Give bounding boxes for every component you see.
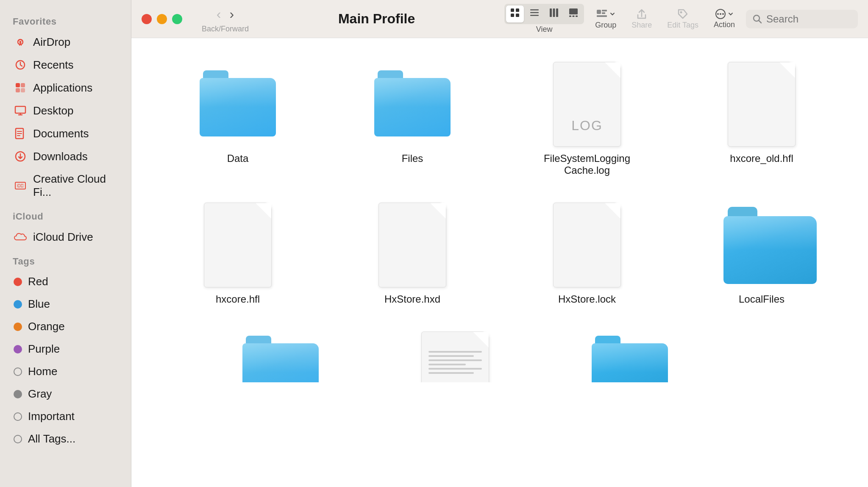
file-item-bottom-doc[interactable] bbox=[327, 325, 498, 395]
sidebar-item-desktop[interactable]: Desktop bbox=[3, 100, 128, 122]
view-label: View bbox=[536, 25, 553, 34]
file-item-hxstore-lock[interactable]: HxStore.lock bbox=[502, 196, 672, 312]
titlebar: ‹ › Back/Forward Main Profile bbox=[131, 0, 868, 38]
sidebar-item-important[interactable]: Important bbox=[3, 406, 128, 427]
favorites-label: Favorites bbox=[0, 8, 131, 31]
sidebar-item-applications[interactable]: Applications bbox=[3, 77, 128, 99]
svg-rect-13 bbox=[511, 8, 514, 12]
forward-button[interactable]: › bbox=[226, 5, 238, 24]
sidebar-item-airdrop[interactable]: AirDrop bbox=[3, 31, 128, 53]
sidebar-applications-label: Applications bbox=[33, 81, 92, 95]
doc-icon-log: LOG bbox=[549, 62, 625, 147]
sidebar-important-label: Important bbox=[28, 410, 75, 423]
file-item-files[interactable]: Files bbox=[327, 55, 498, 183]
minimize-button[interactable] bbox=[157, 14, 167, 24]
sidebar-item-home[interactable]: Home bbox=[3, 361, 128, 382]
doc-icon-bottom bbox=[417, 331, 493, 382]
file-item-log[interactable]: LOG FileSystemLoggingCache.log bbox=[502, 55, 672, 183]
doc-icon-hxstore-hxd bbox=[374, 203, 451, 287]
file-item-hxcore[interactable]: hxcore.hfl bbox=[153, 196, 323, 312]
svg-rect-6 bbox=[21, 88, 25, 92]
sidebar-item-downloads[interactable]: Downloads bbox=[3, 145, 128, 167]
window-controls bbox=[142, 14, 182, 24]
close-button[interactable] bbox=[142, 14, 152, 24]
view-buttons bbox=[504, 4, 584, 24]
doc-icon-hxcore-old bbox=[723, 62, 800, 147]
view-grid-button[interactable] bbox=[506, 6, 524, 22]
edit-tags-action[interactable]: Edit Tags bbox=[663, 6, 703, 31]
sidebar-item-icloud-drive[interactable]: iCloud Drive bbox=[3, 226, 128, 248]
file-item-hxstore-hxd[interactable]: HxStore.hxd bbox=[327, 196, 498, 312]
file-item-bottom-folder1[interactable] bbox=[153, 325, 323, 395]
sidebar-purple-label: Purple bbox=[28, 342, 60, 356]
view-list-button[interactable] bbox=[526, 6, 543, 22]
svg-rect-18 bbox=[530, 12, 539, 14]
action-label: Action bbox=[714, 20, 735, 29]
purple-dot-icon bbox=[14, 345, 22, 353]
file-label-hxstore-hxd: HxStore.hxd bbox=[384, 293, 440, 305]
svg-point-33 bbox=[717, 13, 719, 15]
full-toolbar: ‹ › Back/Forward Main Profile bbox=[142, 4, 858, 34]
sidebar-downloads-label: Downloads bbox=[33, 150, 88, 163]
svg-rect-21 bbox=[553, 8, 555, 17]
all-tags-dot-icon bbox=[14, 435, 22, 443]
airdrop-icon bbox=[14, 35, 27, 49]
share-label: Share bbox=[632, 21, 652, 30]
sidebar-item-gray[interactable]: Gray bbox=[3, 383, 128, 405]
group-action[interactable]: Group bbox=[591, 6, 620, 31]
action-icon bbox=[715, 8, 734, 19]
svg-point-34 bbox=[720, 13, 721, 15]
sidebar-orange-label: Orange bbox=[28, 320, 65, 333]
important-dot-icon bbox=[14, 412, 22, 421]
folder-icon-files bbox=[374, 62, 451, 147]
sidebar-item-recents[interactable]: Recents bbox=[3, 54, 128, 76]
action-group[interactable]: Action bbox=[709, 7, 739, 31]
doc-icon-hxcore bbox=[200, 203, 276, 287]
svg-point-31 bbox=[680, 11, 682, 14]
share-action[interactable]: Share bbox=[627, 6, 656, 31]
view-gallery-button[interactable] bbox=[565, 6, 582, 22]
sidebar-blue-label: Blue bbox=[28, 298, 50, 311]
sidebar-item-red[interactable]: Red bbox=[3, 271, 128, 292]
back-button[interactable]: ‹ bbox=[213, 5, 225, 24]
view-column-button[interactable] bbox=[545, 6, 563, 22]
tags-label: Tags bbox=[0, 248, 131, 270]
file-item-localfiles[interactable]: LocalFiles bbox=[676, 196, 847, 312]
svg-rect-4 bbox=[21, 83, 25, 87]
search-input[interactable] bbox=[766, 13, 851, 25]
svg-rect-3 bbox=[16, 83, 20, 87]
sidebar-item-blue[interactable]: Blue bbox=[3, 293, 128, 315]
group-icon bbox=[596, 8, 615, 20]
file-label-hxcore-old: hxcore_old.hfl bbox=[730, 153, 793, 164]
desktop-icon bbox=[14, 104, 27, 117]
svg-rect-5 bbox=[16, 88, 20, 92]
folder-icon-localfiles bbox=[723, 203, 800, 287]
folder-icon-data bbox=[200, 62, 276, 147]
red-dot-icon bbox=[14, 278, 22, 286]
file-grid: Data Files LOG FileSystemLoggingCache.lo… bbox=[131, 38, 868, 487]
blue-dot-icon bbox=[14, 300, 22, 309]
file-item-hxcore-old[interactable]: hxcore_old.hfl bbox=[676, 55, 847, 183]
sidebar-cc-label: Creative Cloud Fi... bbox=[33, 173, 121, 199]
creative-cloud-icon: CC bbox=[14, 179, 27, 192]
svg-rect-17 bbox=[530, 9, 539, 11]
sidebar-item-orange[interactable]: Orange bbox=[3, 316, 128, 337]
maximize-button[interactable] bbox=[172, 14, 182, 24]
applications-icon bbox=[14, 81, 27, 95]
sidebar: Favorites AirDrop Recents bbox=[0, 0, 131, 487]
sidebar-item-documents[interactable]: Documents bbox=[3, 122, 128, 145]
sidebar-item-purple[interactable]: Purple bbox=[3, 338, 128, 360]
sidebar-item-all-tags[interactable]: All Tags... bbox=[3, 428, 128, 450]
sidebar-item-creative-cloud[interactable]: CC Creative Cloud Fi... bbox=[3, 168, 128, 203]
search-icon bbox=[753, 14, 762, 24]
sidebar-home-label: Home bbox=[28, 365, 57, 378]
sidebar-documents-label: Documents bbox=[33, 127, 89, 140]
svg-rect-7 bbox=[15, 106, 25, 113]
share-icon bbox=[636, 8, 648, 20]
orange-dot-icon bbox=[14, 323, 22, 331]
file-item-data[interactable]: Data bbox=[153, 55, 323, 183]
svg-rect-19 bbox=[530, 15, 539, 16]
view-group: View bbox=[504, 4, 584, 34]
sidebar-airdrop-label: AirDrop bbox=[33, 36, 70, 49]
file-item-bottom-folder2[interactable] bbox=[502, 325, 672, 395]
